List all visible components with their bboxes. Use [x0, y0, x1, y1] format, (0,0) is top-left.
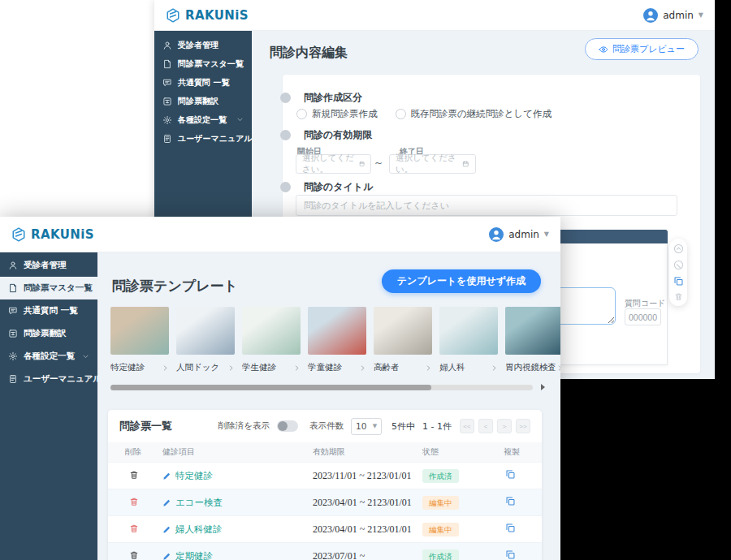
trash-icon[interactable] [129, 550, 139, 560]
pagination-button[interactable]: > [497, 419, 512, 433]
template-label: 学童健診 [308, 362, 342, 373]
sidebar-item[interactable]: 共通質問 一覧 [154, 73, 252, 92]
question-code-input[interactable] [625, 308, 661, 325]
app-logo[interactable]: RAKUNiS [11, 227, 94, 242]
trash-icon[interactable] [129, 497, 139, 506]
document-icon [162, 59, 172, 69]
table-body: 特定健診2023/11/01 ~ 2123/01/01作成済エコー検査2023/… [108, 462, 542, 560]
chevron-right-icon [425, 364, 432, 372]
chat-icon [8, 306, 18, 316]
end-date-input[interactable]: 選択してください。 [389, 154, 476, 174]
template-label: 婦人科 [439, 362, 465, 373]
page-size-select[interactable]: 10 ▼ [351, 418, 382, 435]
gear-icon [162, 115, 172, 125]
move-down-icon[interactable] [673, 260, 684, 270]
sidebar-item[interactable]: 各種設定一覧 [154, 110, 252, 129]
chevron-down-icon [236, 116, 244, 123]
carousel-scroll-right-arrow[interactable] [541, 384, 545, 390]
translate-icon [162, 97, 172, 106]
show-deleted-toggle[interactable] [277, 420, 298, 432]
sidebar-item[interactable]: 問診票翻訳 [154, 92, 252, 110]
copy-icon[interactable] [673, 276, 684, 286]
column-header: 有効期限 [302, 446, 412, 458]
template-card[interactable]: 人間ドック [176, 307, 235, 385]
manual-icon [162, 134, 172, 144]
move-up-icon[interactable] [673, 243, 684, 254]
chevron-down-icon [82, 353, 89, 360]
status-badge: 作成済 [422, 469, 459, 483]
pagination-button[interactable]: < [478, 419, 493, 433]
template-card[interactable]: 学童健診 [308, 307, 366, 385]
sidebar-item-label: 問診票マスタ一覧 [178, 58, 244, 70]
sidebar-item[interactable]: 共通質問 一覧 [0, 299, 97, 322]
trash-icon[interactable] [129, 523, 139, 533]
sidebar-item[interactable]: 問診票マスタ一覧 [154, 54, 252, 73]
pagination-button[interactable]: >> [516, 419, 530, 433]
logo-mark-icon [11, 227, 26, 242]
table-row: 定期健診2023/07/01 ~作成済 [108, 542, 542, 560]
page-title: 問診内容編集 [270, 45, 348, 62]
template-label: 人間ドック [176, 362, 219, 373]
sidebar-item[interactable]: ユーザーマニュアル [0, 368, 97, 390]
sidebar-item-label: 問診票マスタ一覧 [24, 282, 93, 294]
exam-item-link[interactable]: 婦人科健診 [152, 523, 302, 536]
sidebar-item[interactable]: 各種設定一覧 [0, 345, 97, 368]
chevron-right-icon [556, 364, 560, 372]
user-icon [8, 261, 18, 270]
preview-button[interactable]: 問診票プレビュー [585, 38, 699, 60]
template-card[interactable]: 特定健診 [110, 307, 169, 385]
template-photo [505, 307, 560, 355]
template-card[interactable]: 学生健診 [242, 307, 301, 385]
column-header: 健診項目 [152, 446, 302, 458]
translate-icon [8, 329, 18, 338]
sidebar-item-label: 共通質問 一覧 [24, 305, 78, 317]
pagination: <<<>>> [460, 419, 530, 433]
questionnaire-title-input[interactable] [296, 195, 677, 216]
sidebar-item[interactable]: 問診票翻訳 [0, 322, 97, 345]
trash-icon[interactable] [129, 470, 139, 480]
exam-item-link[interactable]: 定期健診 [152, 550, 302, 560]
username: admin [663, 10, 694, 21]
chevron-right-icon [162, 364, 169, 372]
user-icon [162, 41, 172, 50]
status-badge: 作成済 [422, 549, 459, 560]
sidebar: 受診者管理問診票マスタ一覧共通質問 一覧問診票翻訳各種設定一覧ユーザーマニュアル [0, 252, 97, 560]
carousel-scrollbar-track [110, 385, 533, 390]
copy-icon[interactable] [505, 496, 516, 506]
copy-icon[interactable] [505, 469, 516, 480]
logo-text: RAKUNiS [31, 227, 94, 242]
sidebar-item-label: 各種設定一覧 [178, 114, 227, 126]
topbar: RAKUNiS admin ▼ [0, 217, 560, 252]
chevron-right-icon [491, 364, 498, 372]
template-card[interactable]: 高齢者 [374, 307, 432, 385]
template-card[interactable]: 婦人科 [439, 307, 498, 385]
toggle-knob [278, 421, 288, 431]
sidebar-item-label: ユーザーマニュアル [24, 373, 97, 385]
copy-icon[interactable] [505, 549, 516, 560]
copy-icon[interactable] [505, 523, 516, 533]
user-menu[interactable]: admin ▼ [489, 227, 549, 242]
show-deleted-label: 削除済を表示 [218, 420, 270, 432]
template-photo [439, 307, 498, 355]
exam-item-link[interactable]: エコー検査 [152, 497, 302, 509]
sidebar-item[interactable]: 受診者管理 [0, 254, 97, 277]
document-icon [8, 283, 18, 293]
create-without-template-button[interactable]: テンプレートを使用せず作成 [382, 269, 541, 293]
calendar-icon [359, 160, 365, 168]
radio-option[interactable]: 既存問診票の継続問診として作成 [396, 108, 552, 120]
sidebar-item[interactable]: 問診票マスタ一覧 [0, 277, 97, 299]
radio-option[interactable]: 新規問診票作成 [296, 108, 378, 120]
sidebar-item-label: 問診票翻訳 [178, 96, 218, 107]
user-menu[interactable]: admin ▼ [643, 8, 703, 23]
trash-icon[interactable] [674, 292, 683, 301]
start-date-input[interactable]: 選択してください。 [296, 154, 371, 174]
carousel-scrollbar-thumb[interactable] [110, 385, 431, 390]
template-card[interactable]: 胃内視鏡検査 [505, 307, 560, 385]
sidebar-item[interactable]: 受診者管理 [154, 36, 252, 54]
pagination-button[interactable]: << [460, 419, 474, 433]
app-logo[interactable]: RAKUNiS [166, 8, 249, 23]
sidebar-item[interactable]: ユーザーマニュアル [154, 129, 252, 148]
exam-item-link[interactable]: 特定健診 [152, 470, 302, 482]
page-size-label: 表示件数 [309, 420, 344, 432]
status-badge: 編集中 [422, 496, 459, 510]
